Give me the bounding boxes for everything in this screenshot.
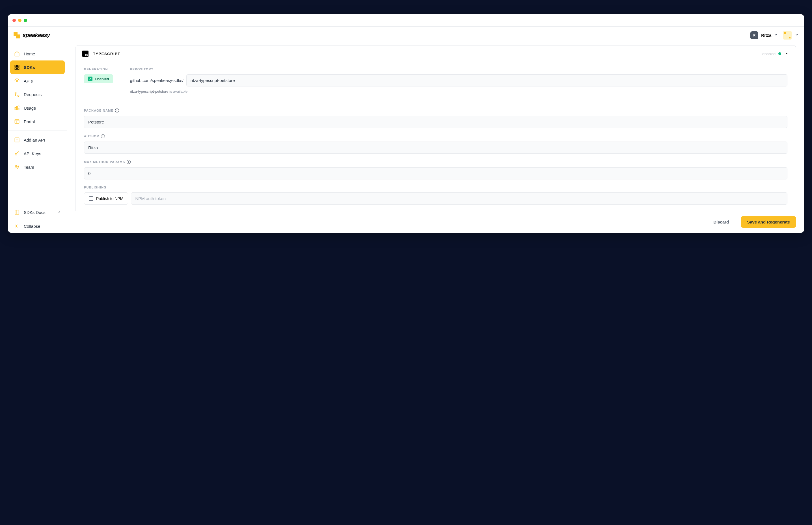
- maximize-window-button[interactable]: [24, 19, 27, 22]
- discard-button[interactable]: Discard: [707, 216, 735, 228]
- generation-toggle[interactable]: ✓ Enabled: [84, 74, 113, 84]
- app-window: speakeasy R Ritza: [8, 14, 804, 233]
- status-text: enabled: [763, 52, 776, 56]
- checkbox-icon: [89, 196, 93, 201]
- header-right: R Ritza: [750, 31, 798, 40]
- author-input[interactable]: [84, 141, 787, 154]
- brand-logo[interactable]: speakeasy: [14, 32, 50, 39]
- package-name-field: PACKAGE NAME i: [84, 108, 787, 128]
- svg-point-15: [18, 166, 19, 167]
- card-header-right: enabled: [763, 51, 789, 56]
- nav-label: APIs: [24, 78, 33, 84]
- user-menu[interactable]: [783, 31, 798, 40]
- repo-input[interactable]: [186, 74, 787, 87]
- repository-col: REPOSITORY github.com/speakeasy-sdks/ ri…: [130, 68, 787, 93]
- badge-text: Enabled: [95, 77, 109, 81]
- publish-label: Publish to NPM: [96, 196, 123, 201]
- header: speakeasy R Ritza: [8, 27, 804, 44]
- card-body: GENERATION ✓ Enabled REPOSITORY github.c…: [75, 62, 796, 211]
- workspace-name: Ritza: [761, 33, 771, 38]
- repo-row: github.com/speakeasy-sdks/: [130, 74, 787, 87]
- scroll-area[interactable]: TS TYPESCRIPT enabled: [67, 44, 804, 211]
- sidebar: Home SDKs APIs: [8, 44, 67, 233]
- nav-label: SDKs: [24, 65, 35, 70]
- save-button[interactable]: Save and Regenerate: [741, 216, 796, 228]
- sidebar-item-docs[interactable]: SDKs Docs: [10, 206, 65, 219]
- status-dot-icon: [778, 52, 781, 55]
- external-link-icon: [57, 210, 61, 215]
- nav-label: Home: [24, 51, 35, 56]
- row-generation-repo: GENERATION ✓ Enabled REPOSITORY github.c…: [84, 68, 787, 93]
- close-window-button[interactable]: [12, 19, 16, 22]
- repository-label: REPOSITORY: [130, 68, 787, 71]
- sidebar-item-sdks[interactable]: SDKs: [10, 60, 65, 74]
- sidebar-item-usage[interactable]: Usage: [10, 101, 65, 115]
- requests-icon: [14, 92, 20, 97]
- spacer: [8, 174, 67, 206]
- workspace-badge: R: [750, 31, 758, 39]
- titlebar: [8, 14, 804, 27]
- svg-point-5: [15, 92, 16, 94]
- nav-footer: SDKs Docs: [8, 206, 67, 219]
- collapse-card-button[interactable]: [784, 51, 789, 56]
- generation-col: GENERATION ✓ Enabled: [84, 68, 113, 93]
- add-icon: [14, 137, 20, 143]
- logo-icon: [14, 32, 20, 39]
- portal-icon: [14, 119, 20, 124]
- max-params-field: MAX METHOD PARAMS i: [84, 160, 787, 179]
- apis-icon: [14, 78, 20, 84]
- avatar: [783, 31, 792, 40]
- nav-label: API Keys: [24, 151, 41, 156]
- divider: [8, 131, 67, 131]
- svg-rect-0: [15, 65, 17, 67]
- sidebar-item-apis[interactable]: APIs: [10, 74, 65, 88]
- svg-rect-1: [17, 65, 19, 67]
- info-icon[interactable]: i: [127, 160, 131, 164]
- repo-helper: ritza-typescript-petstore is available.: [130, 89, 787, 93]
- svg-rect-16: [15, 210, 19, 214]
- nav-label: Add an API: [24, 138, 45, 142]
- collapse-icon: [14, 223, 20, 229]
- author-label: AUTHOR i: [84, 134, 787, 138]
- nav-secondary: Add an API API Keys Team: [8, 133, 67, 174]
- repo-helper-suffix: is available.: [168, 89, 189, 93]
- npm-token-input[interactable]: [131, 192, 787, 205]
- sidebar-item-portal[interactable]: Portal: [10, 115, 65, 128]
- collapse-button[interactable]: Collapse: [10, 219, 65, 233]
- grid-icon: [14, 64, 20, 70]
- publishing-label: PUBLISHING: [84, 186, 787, 189]
- sidebar-item-api-keys[interactable]: API Keys: [10, 147, 65, 160]
- footer-actions: Discard Save and Regenerate: [67, 211, 804, 233]
- author-field: AUTHOR i: [84, 134, 787, 154]
- package-name-label: PACKAGE NAME i: [84, 108, 787, 112]
- sidebar-item-requests[interactable]: Requests: [10, 88, 65, 101]
- docs-icon: [14, 209, 20, 215]
- sidebar-item-home[interactable]: Home: [10, 47, 65, 60]
- workspace-picker[interactable]: R Ritza: [750, 31, 778, 39]
- max-params-input[interactable]: [84, 167, 787, 179]
- nav-label: Portal: [24, 119, 35, 124]
- brand-name: speakeasy: [23, 32, 50, 39]
- package-name-input[interactable]: [84, 116, 787, 128]
- sdk-card-typescript: TS TYPESCRIPT enabled: [75, 45, 796, 211]
- card-header: TS TYPESCRIPT enabled: [75, 45, 796, 62]
- generation-label: GENERATION: [84, 68, 113, 71]
- publish-row: Publish to NPM: [84, 192, 787, 205]
- usage-icon: [14, 105, 20, 111]
- main: TS TYPESCRIPT enabled: [67, 44, 804, 233]
- sidebar-item-team[interactable]: Team: [10, 160, 65, 174]
- language-name: TYPESCRIPT: [93, 52, 120, 56]
- svg-rect-3: [17, 68, 19, 70]
- svg-point-6: [18, 95, 19, 96]
- nav-primary: Home SDKs APIs: [8, 47, 67, 128]
- publishing-field: PUBLISHING Publish to NPM: [84, 186, 787, 205]
- home-icon: [14, 51, 20, 57]
- body: Home SDKs APIs: [8, 44, 804, 233]
- sidebar-item-add-api[interactable]: Add an API: [10, 133, 65, 147]
- nav-label: SDKs Docs: [24, 210, 45, 215]
- publish-npm-checkbox[interactable]: Publish to NPM: [84, 192, 128, 205]
- info-icon[interactable]: i: [101, 134, 105, 138]
- key-icon: [14, 151, 20, 156]
- info-icon[interactable]: i: [115, 108, 119, 112]
- minimize-window-button[interactable]: [18, 19, 21, 22]
